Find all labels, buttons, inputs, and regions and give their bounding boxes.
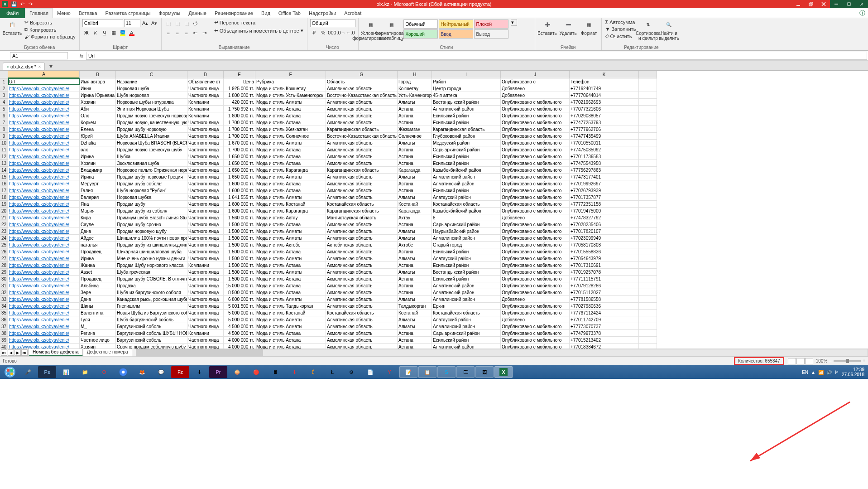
data-cell[interactable]: Шуба норковая — [116, 92, 187, 99]
row-header[interactable]: 22 — [0, 221, 8, 228]
data-cell[interactable]: Астана — [398, 276, 432, 282]
data-cell[interactable]: Акмолинская область — [326, 337, 398, 344]
data-cell[interactable]: Добавлено — [501, 296, 570, 303]
header-cell[interactable]: Название — [116, 78, 187, 85]
empty-cell[interactable] — [639, 330, 657, 337]
data-cell[interactable]: Шуба баргузинский соболь — [116, 316, 187, 323]
data-cell[interactable]: Опубликовано с мобильного — [501, 242, 570, 248]
data-cell[interactable]: Алматы — [398, 316, 432, 323]
data-cell[interactable]: Мода и стиль Астана — [255, 248, 326, 255]
data-cell[interactable]: +77015112027 — [570, 289, 639, 296]
empty-cell[interactable] — [639, 180, 657, 187]
row-header[interactable]: 37 — [0, 323, 8, 330]
data-cell[interactable]: Опубликовано с мобильного — [501, 153, 570, 160]
column-header[interactable]: K — [570, 71, 639, 78]
data-cell[interactable]: https://www.olx.kz/obyavlenie/ — [8, 235, 80, 242]
data-cell[interactable]: Альбина — [80, 282, 116, 289]
data-cell[interactable]: Частного лица — [187, 337, 224, 344]
restore-button[interactable] — [805, 0, 817, 8]
data-cell[interactable]: Новая Шуба из Баргузинского соболя — [116, 310, 187, 316]
data-cell[interactable]: Астана — [398, 289, 432, 296]
data-cell[interactable]: Юрий — [80, 133, 116, 140]
data-cell[interactable]: 420 000 тг. — [224, 99, 255, 106]
data-cell[interactable]: https://www.olx.kz/obyavlenie/ — [8, 296, 80, 303]
data-cell[interactable]: Акмолинская область — [326, 344, 398, 349]
data-cell[interactable]: Частного лица — [187, 221, 224, 228]
data-cell[interactable]: Сарыаркинский район — [432, 330, 501, 337]
data-cell[interactable]: Частного лица — [187, 303, 224, 310]
data-cell[interactable]: Алматы — [398, 323, 432, 330]
data-cell[interactable]: +77058170808 — [570, 242, 639, 248]
data-cell[interactable]: Алматинская область — [326, 303, 398, 310]
empty-cell[interactable] — [639, 85, 657, 92]
indent-increase-button[interactable]: ⇥ — [201, 29, 209, 37]
data-cell[interactable]: Актау — [398, 214, 432, 221]
data-cell[interactable]: Есильский район — [432, 262, 501, 269]
taskbar-bitcoin[interactable]: ₿ — [304, 366, 322, 378]
data-cell[interactable]: Акмолинская область — [326, 282, 398, 289]
empty-cell[interactable] — [639, 126, 657, 133]
data-cell[interactable]: 4 500 000 тг. — [224, 330, 255, 337]
data-cell[interactable]: Мода и стиль Алматы — [255, 296, 326, 303]
data-cell[interactable]: Шуба ANABELLA Италия — [116, 133, 187, 140]
data-cell[interactable]: +77019475000 — [570, 208, 639, 214]
tray-volume-icon[interactable]: 🔊 — [826, 370, 832, 375]
empty-cell[interactable] — [639, 194, 657, 201]
data-cell[interactable]: Ирина — [80, 174, 116, 180]
data-cell[interactable]: +77054643979 — [570, 255, 639, 262]
data-cell[interactable]: 4 500 000 тг. — [224, 323, 255, 330]
row-header[interactable]: 31 — [0, 282, 8, 289]
empty-cell[interactable] — [639, 296, 657, 303]
data-cell[interactable]: Опубликовано с мобильного — [501, 344, 570, 349]
data-cell[interactable]: 5 000 000 тг. — [224, 310, 255, 316]
data-cell[interactable]: Добавлено — [501, 85, 570, 92]
data-cell[interactable]: Инна — [80, 85, 116, 92]
data-cell[interactable]: Коркем — [80, 119, 116, 126]
data-cell[interactable]: Алматы — [398, 269, 432, 276]
data-cell[interactable]: Астана — [398, 344, 432, 349]
data-cell[interactable]: Жанна — [80, 262, 116, 269]
data-cell[interactable]: Центр города — [432, 85, 501, 92]
data-cell[interactable]: Акмолинская область — [326, 262, 398, 269]
minimize-ribbon-button[interactable] — [830, 0, 843, 8]
data-cell[interactable]: Продам шубу норковые Греция — [116, 174, 187, 180]
empty-cell[interactable] — [639, 160, 657, 167]
data-cell[interactable]: Мода и стиль Талдыкорган — [255, 303, 326, 310]
data-cell[interactable]: Аби — [80, 106, 116, 112]
data-cell[interactable]: Костанайская область — [326, 201, 398, 208]
data-cell[interactable]: https://www.olx.kz/obyavlenie/ — [8, 248, 80, 255]
orientation-button[interactable]: ⭯ — [192, 19, 200, 27]
data-cell[interactable]: Алматинская область — [326, 296, 398, 303]
data-cell[interactable]: https://www.olx.kz/obyavlenie/ — [8, 119, 80, 126]
data-cell[interactable]: https://www.olx.kz/obyavlenie/ — [8, 262, 80, 269]
data-cell[interactable]: 1 650 000 тг. — [224, 153, 255, 160]
data-cell[interactable]: Акмолинская область — [326, 106, 398, 112]
data-cell[interactable]: Шуба норковая "Рубин" — [116, 187, 187, 194]
data-cell[interactable]: Астана — [398, 262, 432, 269]
data-cell[interactable]: Владимир — [80, 167, 116, 174]
data-cell[interactable]: Алматинская область — [326, 323, 398, 330]
number-format-select[interactable] — [310, 19, 355, 27]
header-cell[interactable]: Объявление от — [187, 78, 224, 85]
data-cell[interactable]: https://www.olx.kz/obyavlenie/ — [8, 310, 80, 316]
row-header[interactable]: 4 — [0, 99, 8, 106]
data-cell[interactable]: Эксклюзивная шуба — [116, 160, 187, 167]
wrap-text-button[interactable]: ↩Перенос текста — [213, 19, 304, 26]
data-cell[interactable]: Восточно-Казахстанская область — [326, 133, 398, 140]
data-cell[interactable]: 1 600 000 тг. — [224, 201, 255, 208]
data-cell[interactable]: Частного лица — [187, 276, 224, 282]
fill-color-button[interactable]: 🪣 — [119, 29, 127, 37]
empty-cell[interactable] — [639, 269, 657, 276]
data-cell[interactable]: Акмолинская область — [326, 221, 398, 228]
row-header[interactable]: 16 — [0, 180, 8, 187]
data-cell[interactable]: +77026793939 — [570, 187, 639, 194]
data-cell[interactable]: Канадская рысь, роскошная шуба — [116, 296, 187, 303]
data-cell[interactable]: Опубликовано с мобильного — [501, 276, 570, 282]
taskbar-photoshop[interactable]: Ps — [38, 366, 56, 378]
data-cell[interactable]: +77023099949 — [570, 235, 639, 242]
empty-cell[interactable] — [639, 99, 657, 106]
header-cell[interactable]: Цена — [224, 78, 255, 85]
zoom-in-button[interactable]: + — [863, 358, 865, 363]
data-cell[interactable]: Частного лица — [187, 146, 224, 153]
data-cell[interactable]: Мода и стиль Алматы — [255, 235, 326, 242]
